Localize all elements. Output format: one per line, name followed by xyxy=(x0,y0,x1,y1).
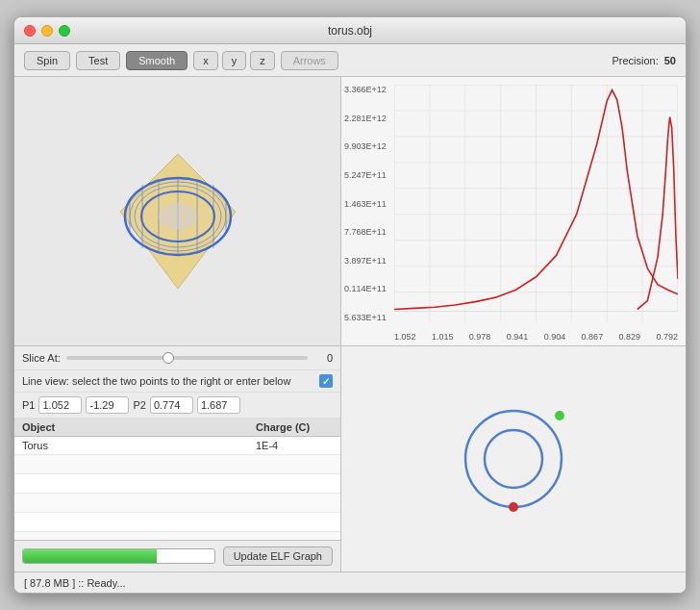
traffic-lights xyxy=(24,25,70,37)
2d-view-panel xyxy=(341,346,686,572)
y-label-6: 7.768E+11 xyxy=(344,227,387,237)
svg-point-34 xyxy=(509,502,518,512)
empty-row-4 xyxy=(14,513,340,532)
svg-point-32 xyxy=(485,430,542,488)
top-row: 3.366E+12 2.281E+12 9.903E+12 5.247E+11 … xyxy=(14,77,686,346)
chart-svg xyxy=(394,85,678,322)
y-label-8: 0.114E+11 xyxy=(344,284,387,293)
table-row: Torus 1E-4 xyxy=(14,437,340,455)
td-charge-0: 1E-4 xyxy=(256,440,333,451)
empty-row-3 xyxy=(14,494,340,513)
progress-bar-fill xyxy=(23,549,157,563)
col-charge: Charge (C) xyxy=(256,421,333,433)
bottom-row: Slice At: 0 Line view: select the two po… xyxy=(14,346,686,572)
y-label-5: 1.463E+11 xyxy=(344,199,387,209)
td-object-0: Torus xyxy=(22,440,256,451)
smooth-button[interactable]: Smooth xyxy=(126,51,188,70)
p2-label: P2 xyxy=(133,399,145,411)
status-text: [ 87.8 MB ] :: Ready... xyxy=(24,577,126,589)
x-label-1: 1.052 xyxy=(394,332,416,342)
p2-x-input[interactable] xyxy=(150,396,193,414)
p1-x-input[interactable] xyxy=(38,396,82,414)
line-view-row: Line view: select the two points to the … xyxy=(14,370,340,393)
empty-row-1 xyxy=(14,455,340,474)
main-content: 3.366E+12 2.281E+12 9.903E+12 5.247E+11 … xyxy=(14,77,686,572)
slice-row: Slice At: 0 xyxy=(14,346,340,370)
x-label-7: 0.829 xyxy=(619,332,641,342)
3d-view-panel xyxy=(14,77,341,345)
y-label-3: 9.903E+12 xyxy=(344,141,387,151)
y-label-2: 2.281E+12 xyxy=(344,114,387,123)
maximize-button[interactable] xyxy=(59,25,70,37)
p1-label: P1 xyxy=(22,399,35,411)
arrows-button[interactable]: Arrows xyxy=(281,51,338,70)
empty-row-2 xyxy=(14,474,340,494)
x-axis-button[interactable]: x xyxy=(193,51,218,70)
precision-group: Precision: 50 xyxy=(612,55,676,66)
svg-point-14 xyxy=(159,203,197,230)
line-view-text: Line view: select the two points to the … xyxy=(22,375,313,387)
progress-bar-container xyxy=(22,548,215,564)
y-axis-button[interactable]: y xyxy=(222,51,247,70)
x-label-2: 1.015 xyxy=(432,332,454,342)
spin-button[interactable]: Spin xyxy=(24,51,70,70)
y-label-9: 5.633E+11 xyxy=(344,313,387,322)
x-label-5: 0.904 xyxy=(544,332,566,342)
close-button[interactable] xyxy=(24,25,36,37)
y-label-1: 3.366E+12 xyxy=(344,85,387,94)
x-label-4: 0.941 xyxy=(507,332,529,342)
p2-y-input[interactable] xyxy=(197,396,240,414)
col-object: Object xyxy=(22,421,256,433)
table-header: Object Charge (C) xyxy=(14,419,340,437)
precision-label: Precision: xyxy=(612,55,658,66)
toolbar: Spin Test Smooth x y z Arrows Precision:… xyxy=(14,44,686,77)
elf-chart-panel: 3.366E+12 2.281E+12 9.903E+12 5.247E+11 … xyxy=(341,77,686,345)
y-label-7: 3.897E+11 xyxy=(344,256,387,266)
slice-thumb[interactable] xyxy=(162,352,174,364)
2d-torus-svg xyxy=(417,372,610,546)
update-elf-button[interactable]: Update ELF Graph xyxy=(223,546,333,566)
chart-area: 3.366E+12 2.281E+12 9.903E+12 5.247E+11 … xyxy=(394,85,678,322)
precision-value: 50 xyxy=(664,55,676,66)
status-bar: [ 87.8 MB ] :: Ready... xyxy=(14,572,686,593)
titlebar: torus.obj xyxy=(14,17,686,44)
chart-y-labels: 3.366E+12 2.281E+12 9.903E+12 5.247E+11 … xyxy=(344,85,387,322)
test-button[interactable]: Test xyxy=(76,51,120,70)
empty-row-5 xyxy=(14,532,340,540)
slice-label: Slice At: xyxy=(22,352,61,364)
z-axis-button[interactable]: z xyxy=(250,51,275,70)
left-panel: Slice At: 0 Line view: select the two po… xyxy=(14,346,341,572)
2d-view xyxy=(341,346,686,572)
slice-value: 0 xyxy=(313,352,333,364)
x-label-8: 0.792 xyxy=(656,332,678,342)
svg-point-33 xyxy=(555,411,564,420)
torus-scene xyxy=(14,77,340,345)
progress-row: Update ELF Graph xyxy=(14,540,340,572)
y-label-4: 5.247E+11 xyxy=(344,170,387,180)
p1-y-input[interactable] xyxy=(86,396,129,414)
main-window: torus.obj Spin Test Smooth x y z Arrows … xyxy=(13,16,687,594)
chart-x-labels: 1.052 1.015 0.978 0.941 0.904 0.867 0.82… xyxy=(394,332,678,342)
x-label-6: 0.867 xyxy=(582,332,604,342)
data-table: Object Charge (C) Torus 1E-4 xyxy=(14,419,340,540)
points-row: P1 P2 xyxy=(14,393,340,419)
window-title: torus.obj xyxy=(328,24,372,38)
torus-svg xyxy=(43,96,312,327)
slice-slider[interactable] xyxy=(66,356,308,360)
axis-group: x y z xyxy=(193,51,275,70)
x-label-3: 0.978 xyxy=(469,332,491,342)
minimize-button[interactable] xyxy=(41,25,53,37)
line-view-checkbox[interactable] xyxy=(319,374,333,388)
svg-point-31 xyxy=(465,411,562,507)
